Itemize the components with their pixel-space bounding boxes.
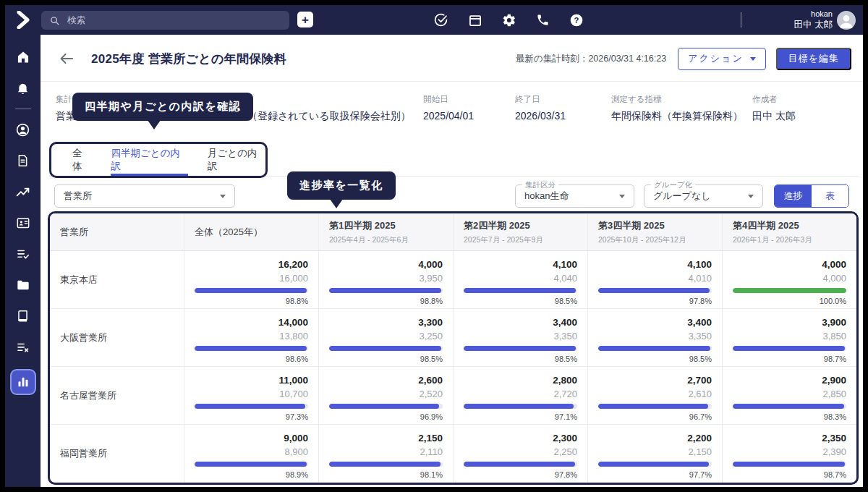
progress-bar-fill xyxy=(598,404,708,409)
progress-percent: 98.8% xyxy=(329,297,443,305)
progress-bar xyxy=(598,346,712,351)
chevron-down-icon xyxy=(220,195,226,198)
view-toggle-progress[interactable]: 進捗 xyxy=(775,185,812,207)
sidebar-item-exclusions[interactable] xyxy=(10,335,36,360)
target-value: 14,000 xyxy=(195,317,308,328)
progress-percent: 97.7% xyxy=(598,470,712,479)
edit-goal-button[interactable]: 目標を編集 xyxy=(776,48,851,70)
target-value: 2,600 xyxy=(329,375,443,386)
sidebar-item-customers[interactable] xyxy=(10,211,36,235)
progress-bar-fill xyxy=(464,288,576,293)
progress-cell: 2,7002,61096.7% xyxy=(587,367,722,424)
calendar-button[interactable] xyxy=(468,13,482,27)
actual-value: 3,950 xyxy=(329,273,443,284)
progress-percent: 97.1% xyxy=(464,412,577,421)
add-button[interactable]: + xyxy=(297,12,313,27)
target-value: 2,800 xyxy=(464,375,577,386)
target-value: 11,000 xyxy=(195,375,308,386)
table-callout-tooltip: 進捗率を一覧化 xyxy=(287,171,396,200)
meta-metric: 測定する指標 年間保険料（年換算保険料） xyxy=(611,94,743,123)
user-name: 田中 太郎 xyxy=(794,19,833,30)
chevron-down-icon xyxy=(748,195,754,198)
check-circle-icon xyxy=(433,12,448,27)
actual-value: 10,700 xyxy=(195,389,308,399)
page-header: 2025年度 営業所ごとの年間保険料 最新の集計時刻：2026/03/31 4:… xyxy=(58,45,851,72)
chevron-down-icon xyxy=(619,195,625,198)
actual-value: 2,520 xyxy=(329,389,443,399)
phone-button[interactable] xyxy=(536,13,550,27)
progress-bar xyxy=(733,346,846,351)
id-card-icon xyxy=(16,216,30,230)
col-header-office: 営業所 xyxy=(50,213,184,250)
target-value: 3,400 xyxy=(464,317,577,328)
progress-bar-fill xyxy=(464,462,575,467)
settings-button[interactable] xyxy=(502,13,516,27)
progress-bar-fill xyxy=(195,462,307,467)
segment-select[interactable]: 集計区分 hokan生命 xyxy=(515,184,634,208)
progress-bar-fill xyxy=(329,462,441,467)
progress-cell: 14,00013,80098.6% xyxy=(184,309,318,366)
col-header-q4: 第4四半期 2025 2026年1月 - 2026年3月 xyxy=(722,213,856,250)
back-button[interactable] xyxy=(58,50,75,67)
action-button[interactable]: アクション xyxy=(678,48,766,70)
progress-cell: 3,9003,85098.7% xyxy=(722,309,856,366)
progress-bar-fill xyxy=(195,288,307,293)
table-row: 福岡営業所9,0008,90098.9%2,1502,11098.1%2,300… xyxy=(50,425,856,483)
target-value: 4,100 xyxy=(464,259,577,270)
progress-bar-fill xyxy=(329,346,441,351)
progress-cell: 11,00010,70097.3% xyxy=(184,367,318,424)
sidebar-nav xyxy=(5,35,41,487)
sidebar-item-notifications[interactable] xyxy=(10,76,36,101)
col-header-q2: 第2四半期 2025 2025年7月 - 2025年9月 xyxy=(453,213,587,250)
chevron-down-icon xyxy=(750,57,756,61)
sidebar-item-tasks[interactable] xyxy=(10,242,36,266)
progress-percent: 97.8% xyxy=(464,470,577,479)
progress-bar-fill xyxy=(464,346,576,351)
progress-cell: 16,20016,00098.8% xyxy=(184,251,318,308)
hokan-logo[interactable] xyxy=(14,11,32,29)
progress-bar xyxy=(598,404,712,409)
tab-quarterly[interactable]: 四半期ごとの内訳 xyxy=(111,144,188,176)
dimension-select[interactable]: 営業所 xyxy=(54,184,235,208)
segment-select-label: 集計区分 xyxy=(522,180,558,189)
sidebar-item-documents[interactable] xyxy=(10,148,36,173)
target-value: 2,700 xyxy=(598,375,712,386)
last-aggregated-time: 最新の集計時刻：2026/03/31 4:16:23 xyxy=(516,53,666,65)
org-name: hokan xyxy=(794,9,833,19)
help-icon: ? xyxy=(569,13,584,27)
progress-cell: 2,1502,11098.1% xyxy=(318,425,453,483)
progress-percent: 98.3% xyxy=(733,412,846,421)
actual-value: 4,000 xyxy=(733,273,846,284)
view-toggle-table[interactable]: 表 xyxy=(812,185,848,207)
sidebar-item-goals-active[interactable] xyxy=(10,369,36,395)
tab-overall[interactable]: 全体 xyxy=(72,144,91,176)
actual-value: 2,610 xyxy=(598,389,712,399)
grouping-select[interactable]: グループ化 グループなし xyxy=(644,184,763,208)
tasks-button[interactable] xyxy=(433,12,448,27)
progress-bar xyxy=(733,404,846,409)
sidebar-item-library[interactable] xyxy=(10,304,36,328)
app-window: 検索 + xyxy=(5,5,863,487)
help-button[interactable]: ? xyxy=(569,13,584,27)
tab-monthly[interactable]: 月ごとの内訳 xyxy=(208,144,265,176)
progress-cell: 4,1004,01097.8% xyxy=(587,251,722,308)
progress-table-annotation-box: 営業所 全体（2025年） 第1四半期 2025 2025年4月 - 2025年… xyxy=(48,211,859,485)
progress-cell: 4,1004,04098.5% xyxy=(453,251,587,308)
book-icon xyxy=(16,309,30,323)
sidebar-item-analytics[interactable] xyxy=(10,179,36,204)
avatar[interactable] xyxy=(837,11,856,30)
target-value: 4,000 xyxy=(733,259,846,270)
progress-cell: 2,2002,15097.7% xyxy=(587,425,722,483)
sidebar-item-home[interactable] xyxy=(10,45,36,69)
sidebar-item-files[interactable] xyxy=(10,273,36,297)
actual-value: 4,040 xyxy=(464,273,577,284)
progress-bar xyxy=(598,462,712,467)
progress-percent: 98.7% xyxy=(733,470,846,479)
progress-bar-fill xyxy=(195,404,305,409)
progress-bar xyxy=(598,288,712,293)
sidebar-item-account[interactable] xyxy=(10,117,36,142)
progress-cell: 9,0008,90098.9% xyxy=(184,425,318,483)
search-input[interactable]: 検索 xyxy=(41,11,289,30)
progress-bar xyxy=(329,288,443,293)
user-info[interactable]: hokan 田中 太郎 xyxy=(794,9,833,30)
